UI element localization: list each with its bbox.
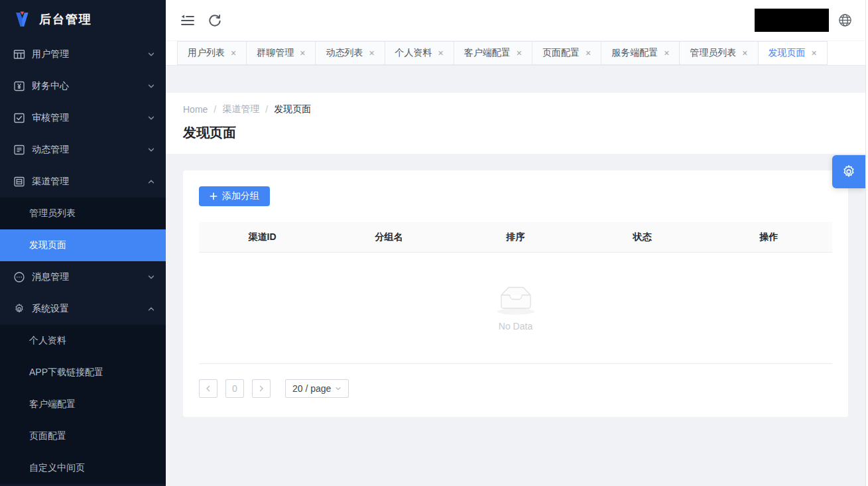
chevron-down-icon [147,50,155,58]
sidebar-item-system-settings[interactable]: 系统设置 [0,293,166,325]
column-header-channel-id: 渠道ID [199,231,326,243]
sidebar-item-user-management[interactable]: 用户管理 [0,38,166,70]
table-icon [13,48,25,60]
globe-icon[interactable] [838,13,852,27]
add-group-button[interactable]: 添加分组 [199,186,270,206]
close-icon[interactable]: × [586,48,591,58]
column-header-status: 状态 [579,231,706,243]
sidebar-item-channel-management[interactable]: 渠道管理 [0,166,166,198]
topbar [166,0,868,41]
tabs-bar: 用户列表×群聊管理×动态列表×个人资料×客户端配置×页面配置×服务端配置×管理员… [166,41,868,66]
close-icon[interactable]: × [812,48,817,58]
chevron-down-icon [147,82,155,90]
sidebar-subitem-custom-landing-page[interactable]: 自定义中间页 [0,452,166,484]
tab-label: 页面配置 [542,47,580,59]
content-card: 添加分组 渠道ID分组名排序状态操作 No Data 0 [183,170,848,417]
column-header-actions: 操作 [706,231,832,243]
pagination: 0 20 / page [199,379,832,398]
app-title: 后台管理 [39,11,92,27]
add-group-button-label: 添加分组 [222,190,259,202]
gear-icon [13,303,25,315]
page-size-value: 20 / page [292,383,331,394]
table-header-row: 渠道ID分组名排序状态操作 [199,222,832,253]
sidebar-item-label: 用户管理 [32,48,147,60]
sidebar-subitem-page-config[interactable]: 页面配置 [0,420,166,452]
close-icon[interactable]: × [231,48,236,58]
tab-profile[interactable]: 个人资料× [385,41,454,65]
tab-label: 个人资料 [395,47,432,59]
user-info-redacted[interactable] [755,9,829,32]
tab-discover-page[interactable]: 发现页面× [758,41,828,65]
tab-page-config[interactable]: 页面配置× [532,41,601,65]
tab-client-config[interactable]: 客户端配置× [454,41,532,65]
sidebar-subitem-app-download-link-config[interactable]: APP下载链接配置 [0,357,166,389]
sidebar-subitem-label: 管理员列表 [29,208,76,219]
collapse-sidebar-icon[interactable] [180,13,195,28]
chevron-right-icon [257,385,265,393]
chevron-down-icon [147,114,155,122]
sidebar-subitem-admin-list[interactable]: 管理员列表 [0,198,166,229]
sidebar-item-label: 审核管理 [32,112,147,124]
chevron-down-icon [335,385,341,392]
breadcrumb-separator: / [265,104,268,115]
sidebar-item-label: 渠道管理 [32,176,147,188]
breadcrumb: Home/渠道管理/发现页面 [183,103,851,115]
page-header: Home/渠道管理/发现页面 发现页面 [166,93,868,154]
tab-user-list[interactable]: 用户列表× [177,41,247,65]
tab-label: 管理员列表 [690,47,736,59]
refresh-icon[interactable] [208,13,222,28]
sidebar-subitem-label: 个人资料 [29,335,66,347]
sidebar-subitem-profile[interactable]: 个人资料 [0,325,166,357]
plus-icon [210,192,217,200]
feed-list-icon [13,144,25,156]
sidebar-subitem-label: 客户端配置 [29,398,76,410]
sidebar-item-label: 消息管理 [32,271,147,283]
app-logo: 后台管理 [0,0,166,38]
close-icon[interactable]: × [438,48,444,58]
settings-drawer-button[interactable] [832,155,865,188]
breadcrumb-item-home[interactable]: Home [183,104,208,115]
tab-label: 群聊管理 [257,47,294,59]
tab-label: 客户端配置 [464,47,511,59]
sidebar-item-label: 动态管理 [32,144,147,156]
pagination-prev-button[interactable] [199,379,217,398]
sidebar-subitem-label: 自定义中间页 [29,462,85,474]
breadcrumb-separator: / [214,104,216,115]
close-icon[interactable]: × [300,48,305,58]
sidebar-menu: 用户管理财务中心审核管理动态管理渠道管理管理员列表发现页面消息管理系统设置个人资… [0,38,166,484]
sidebar-item-label: 系统设置 [32,303,147,315]
breadcrumb-item-discover-page: 发现页面 [274,103,311,115]
pagination-page-number[interactable]: 0 [225,379,244,398]
sidebar-item-feed-management[interactable]: 动态管理 [0,134,166,166]
sidebar-item-audit-management[interactable]: 审核管理 [0,102,166,134]
pagination-next-button[interactable] [252,379,271,398]
finance-icon [13,80,25,92]
empty-box-icon [495,285,537,316]
close-icon[interactable]: × [742,48,747,58]
column-header-sort: 排序 [452,231,579,243]
close-icon[interactable]: × [517,48,522,58]
close-icon[interactable]: × [664,48,669,58]
page-size-select[interactable]: 20 / page [285,379,349,398]
tab-group-chat-management[interactable]: 群聊管理× [246,41,316,65]
sidebar-subitem-discover-page[interactable]: 发现页面 [0,229,166,261]
chevron-up-icon [147,178,155,186]
sidebar-item-finance-center[interactable]: 财务中心 [0,70,166,102]
sidebar-subitem-label: 发现页面 [29,239,66,251]
sidebar-subitem-client-config[interactable]: 客户端配置 [0,389,166,420]
chevron-down-icon [147,146,155,154]
breadcrumb-item-channel-management[interactable]: 渠道管理 [222,103,259,115]
table-bottom-divider [199,363,832,364]
tab-server-config[interactable]: 服务端配置× [601,41,680,65]
main-area: 用户列表×群聊管理×动态列表×个人资料×客户端配置×页面配置×服务端配置×管理员… [166,0,868,486]
sidebar-item-message-management[interactable]: 消息管理 [0,261,166,293]
sidebar-item-label: 财务中心 [32,80,147,92]
tab-admin-list[interactable]: 管理员列表× [679,41,758,65]
tab-label: 发现页面 [769,47,806,59]
scrollbar[interactable] [865,0,868,486]
close-icon[interactable]: × [369,48,374,58]
tab-feed-list[interactable]: 动态列表× [315,41,385,65]
content-area: Home/渠道管理/发现页面 发现页面 添加分组 渠道ID分组名排序状态操作 N… [166,66,868,486]
tab-label: 用户列表 [188,47,225,59]
sidebar-subitem-label: 页面配置 [29,430,66,442]
